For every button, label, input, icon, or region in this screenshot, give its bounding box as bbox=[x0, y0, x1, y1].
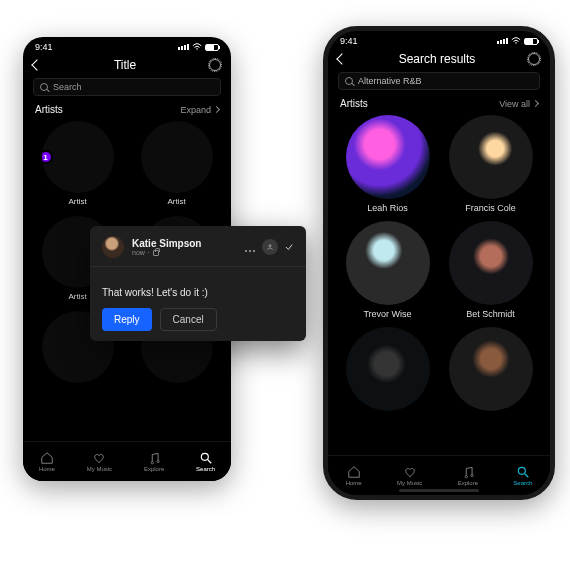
page-title: Search results bbox=[399, 52, 476, 66]
chevron-right-icon bbox=[213, 106, 220, 113]
back-button[interactable] bbox=[31, 59, 42, 70]
view-all-button[interactable]: View all bbox=[499, 99, 538, 109]
avatar bbox=[449, 115, 533, 199]
tab-explore[interactable]: Explore bbox=[458, 465, 478, 486]
home-icon bbox=[347, 465, 361, 479]
artist-cell[interactable] bbox=[445, 327, 536, 415]
artist-label: Bet Schmidt bbox=[466, 309, 515, 319]
artist-cell[interactable] bbox=[342, 327, 433, 415]
artist-label: Artist bbox=[68, 197, 86, 206]
artist-label: Trevor Wise bbox=[363, 309, 411, 319]
home-icon bbox=[40, 451, 54, 465]
lock-icon bbox=[153, 250, 159, 256]
artist-cell[interactable]: Trevor Wise bbox=[342, 221, 433, 319]
artist-cell[interactable]: Francis Cole bbox=[445, 115, 536, 213]
tab-explore[interactable]: Explore bbox=[144, 451, 164, 472]
search-icon bbox=[40, 83, 48, 91]
tab-bar: Home My Music Explore Search bbox=[23, 441, 231, 481]
comment-card: Katie Simpson now · That works! Let's do… bbox=[90, 226, 306, 341]
status-time: 9:41 bbox=[340, 36, 358, 46]
battery-icon bbox=[524, 38, 538, 45]
wifi-icon bbox=[192, 43, 202, 51]
avatar bbox=[346, 327, 430, 411]
avatar bbox=[346, 221, 430, 305]
status-time: 9:41 bbox=[35, 42, 53, 52]
battery-icon bbox=[205, 44, 219, 51]
avatar[interactable] bbox=[102, 236, 124, 258]
assign-button[interactable] bbox=[262, 239, 278, 255]
search-icon bbox=[199, 451, 213, 465]
search-icon bbox=[345, 77, 353, 85]
svg-line-1 bbox=[207, 460, 211, 464]
artist-cell[interactable]: Artist bbox=[134, 121, 219, 206]
wifi-icon bbox=[511, 37, 521, 45]
search-placeholder: Search bbox=[53, 82, 82, 92]
resolve-button[interactable] bbox=[284, 242, 294, 252]
artist-label: Artist bbox=[68, 292, 86, 301]
artist-label: Francis Cole bbox=[465, 203, 516, 213]
search-input[interactable]: Search bbox=[33, 78, 221, 96]
avatar bbox=[449, 221, 533, 305]
avatar bbox=[346, 115, 430, 199]
comment-body: That works! Let's do it :) bbox=[102, 275, 294, 308]
phone-right: 9:41 Search results Alternative R&B Arti… bbox=[323, 26, 555, 500]
back-button[interactable] bbox=[336, 53, 347, 64]
comment-author: Katie Simpson bbox=[132, 238, 201, 249]
tab-search[interactable]: Search bbox=[196, 451, 215, 472]
settings-icon[interactable] bbox=[209, 59, 221, 71]
status-bar: 9:41 bbox=[23, 37, 231, 54]
avatar bbox=[449, 327, 533, 411]
reply-button[interactable]: Reply bbox=[102, 308, 152, 331]
artist-label: Artist bbox=[167, 197, 185, 206]
page-title: Title bbox=[114, 58, 136, 72]
artist-cell[interactable]: Leah Rios bbox=[342, 115, 433, 213]
rank-badge: 1 bbox=[42, 150, 53, 164]
svg-line-4 bbox=[525, 474, 529, 478]
heart-icon bbox=[403, 465, 417, 479]
tab-home[interactable]: Home bbox=[39, 451, 55, 472]
chevron-right-icon bbox=[532, 100, 539, 107]
heart-icon bbox=[92, 451, 106, 465]
svg-point-2 bbox=[269, 245, 271, 247]
search-value: Alternative R&B bbox=[358, 76, 422, 86]
person-icon bbox=[266, 243, 274, 251]
tab-search[interactable]: Search bbox=[513, 465, 532, 486]
music-note-icon bbox=[147, 451, 161, 465]
search-icon bbox=[516, 465, 530, 479]
section-title: Artists bbox=[340, 98, 368, 109]
status-bar: 9:41 bbox=[328, 31, 550, 48]
more-icon[interactable] bbox=[244, 238, 256, 256]
cancel-button[interactable]: Cancel bbox=[160, 308, 217, 331]
signal-icon bbox=[497, 38, 508, 44]
music-note-icon bbox=[461, 465, 475, 479]
artist-label: Leah Rios bbox=[367, 203, 408, 213]
home-indicator[interactable] bbox=[399, 489, 479, 492]
section-title: Artists bbox=[35, 104, 63, 115]
settings-icon[interactable] bbox=[528, 53, 540, 65]
tab-my-music[interactable]: My Music bbox=[397, 465, 422, 486]
artist-cell[interactable]: Bet Schmidt bbox=[445, 221, 536, 319]
tab-my-music[interactable]: My Music bbox=[87, 451, 112, 472]
svg-point-0 bbox=[201, 453, 208, 460]
signal-icon bbox=[178, 44, 189, 50]
tab-home[interactable]: Home bbox=[346, 465, 362, 486]
expand-button[interactable]: Expand bbox=[180, 105, 219, 115]
comment-meta: now · bbox=[132, 249, 201, 256]
artist-cell[interactable]: 1 Artist bbox=[35, 121, 120, 206]
search-input[interactable]: Alternative R&B bbox=[338, 72, 540, 90]
svg-point-3 bbox=[518, 467, 525, 474]
